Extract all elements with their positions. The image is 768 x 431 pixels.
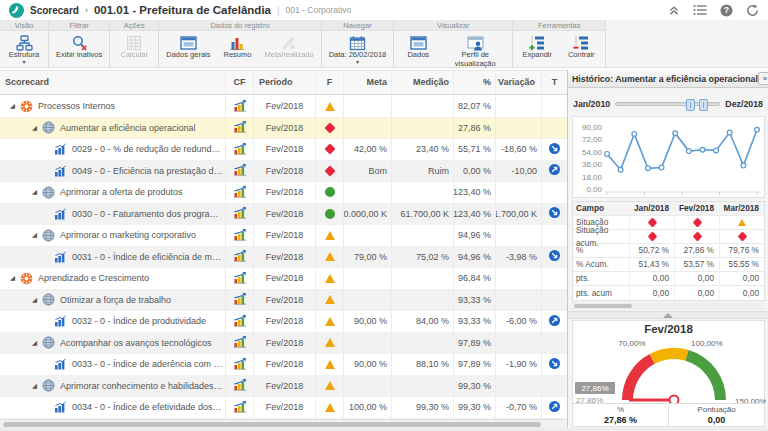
ribbon-button-dados-gerais[interactable]: Dados gerais (162, 32, 214, 67)
tree-expander-icon[interactable]: ◢ (30, 382, 39, 390)
medicao-cell (391, 333, 453, 354)
expand-panel-button[interactable]: » (758, 72, 768, 85)
column-header-meta[interactable]: Meta (343, 71, 391, 94)
column-header-[interactable]: % (453, 71, 495, 94)
svg-text:36,00: 36,00 (582, 160, 603, 169)
period-cell: Fev/2018 (253, 268, 315, 289)
scorecard-row-indicator[interactable]: 0030 - 0 - Faturamento dos programas de … (0, 204, 567, 226)
slider-handle[interactable] (686, 99, 695, 111)
history-row-label: pts. (573, 272, 629, 285)
svg-text:27,86%: 27,86% (581, 384, 608, 393)
percent-cell: 93,33 % (453, 290, 495, 311)
scorecard-row-perspective[interactable]: ◢ Aprendizado e Crescimento Fev/2018 96,… (0, 268, 567, 290)
cf-chart-icon[interactable] (233, 292, 247, 307)
cf-chart-icon[interactable] (233, 378, 247, 393)
history-row-: % 50,72 %27,86 %79,76 % (573, 244, 764, 258)
scorecard-row-objective[interactable]: ◢ Aumentar a eficiência operacional Fev/… (0, 118, 567, 140)
gauge-footer: % 27,86 % Pontuação 0,00 (573, 403, 764, 426)
tree-expander-icon[interactable]: ◢ (30, 296, 39, 304)
ribbon-button-expandir[interactable]: Expandir (516, 32, 558, 67)
cf-chart-icon[interactable] (233, 120, 247, 135)
scorecard-row-indicator[interactable]: 0033 - 0 - Índice de aderência com a tec… (0, 354, 567, 376)
scorecard-row-indicator[interactable]: 0034 - 0 - Índice de efetividade dos tre… (0, 397, 567, 419)
row-label: Acompanhar os avanços tecnológicos (60, 338, 212, 348)
column-header-f[interactable]: F (315, 71, 343, 94)
tree-expander-icon[interactable]: ◢ (30, 339, 39, 347)
scorecard-row-objective[interactable]: ◢ Aprimorar o marketing corporativo Fev/… (0, 225, 567, 247)
cf-chart-icon[interactable] (233, 185, 247, 200)
trend-up-icon[interactable] (549, 401, 560, 414)
scorecard-row-objective[interactable]: ◢ Aprimorar a oferta de produtos Fev/201… (0, 182, 567, 204)
cf-chart-icon[interactable] (233, 400, 247, 415)
ribbon-button-perfil-de-visualiza-o[interactable]: Perfil de visualização (441, 32, 509, 68)
tree-expander-icon[interactable]: ◢ (30, 124, 39, 132)
horizontal-scrollbar[interactable] (0, 419, 567, 428)
column-header-cf[interactable]: CF (225, 71, 253, 94)
window-icon (180, 34, 197, 51)
objective-icon (42, 293, 55, 306)
cf-chart-icon[interactable] (233, 335, 247, 350)
cf-chart-icon[interactable] (233, 99, 247, 114)
scorecard-row-indicator[interactable]: 0049 - 0 - Eficiência na prestação de se… (0, 161, 567, 183)
ribbon-button-estrutura[interactable]: Estrutura ▾ (3, 32, 45, 67)
ribbon-button-contrair[interactable]: Contrair (560, 32, 602, 67)
history-table-scrollbar[interactable] (572, 302, 765, 310)
column-header-scorecard[interactable]: Scorecard (0, 71, 225, 94)
trend-up-icon[interactable] (549, 315, 560, 328)
scorecard-row-objective[interactable]: ◢ Acompanhar os avanços tecnológicos Fev… (0, 333, 567, 355)
cf-chart-icon[interactable] (233, 206, 247, 221)
meta-cell: 90,00 % (343, 311, 391, 332)
tree-expander-icon[interactable]: ◢ (30, 188, 39, 196)
date-range-slider: Jan/2010 Dez/2018 (573, 95, 763, 113)
title-pipe: | (277, 5, 280, 16)
ribbon-button-data-26-02-2018[interactable]: Data: 26/02/2018 ▾ (325, 32, 391, 67)
slider-handle[interactable] (699, 99, 708, 111)
trend-up-icon[interactable] (549, 164, 560, 177)
cf-chart-icon[interactable] (233, 271, 247, 286)
period-cell: Fev/2018 (253, 182, 315, 203)
variacao-cell: -1,90 % (495, 354, 541, 375)
scorecard-row-objective[interactable]: ◢ Otimizar a força de trabalho Fev/2018 … (0, 290, 567, 312)
cf-chart-icon[interactable] (233, 314, 247, 329)
green-circle-icon (325, 187, 335, 197)
scorecard-row-objective[interactable]: ◢ Aprimorar conhecimento e habilidades n… (0, 376, 567, 398)
app-name: Scorecard (30, 5, 79, 16)
tree-expander-icon[interactable]: ◢ (30, 231, 39, 239)
list-menu-icon[interactable] (693, 4, 707, 16)
cf-chart-icon[interactable] (233, 357, 247, 372)
column-header-varia-o[interactable]: Variação (495, 71, 541, 94)
ribbon-button-exibir-inativos[interactable]: Exibir inativos (52, 32, 106, 67)
scorecard-row-indicator[interactable]: 0029 - 0 - % de redução de redundâncias … (0, 139, 567, 161)
column-header-t[interactable]: T (541, 71, 567, 94)
refresh-icon[interactable] (746, 4, 759, 17)
scrollbar-thumb[interactable] (3, 422, 541, 427)
cf-chart-icon[interactable] (233, 228, 247, 243)
ribbon-button-dados[interactable]: Dados (397, 32, 439, 68)
dropdown-caret-icon: ▾ (356, 60, 359, 65)
dropdown-caret-icon: ▾ (22, 60, 25, 65)
scrollbar-thumb[interactable] (574, 304, 632, 308)
scorecard-row-indicator[interactable]: 0032 - 0 - Índice de produtividade Fev/2… (0, 311, 567, 333)
cf-chart-icon[interactable] (233, 249, 247, 264)
column-header-per-odo[interactable]: Período (253, 71, 315, 94)
tree-expander-icon[interactable]: ◢ (8, 102, 17, 110)
trend-down-icon[interactable] (549, 143, 560, 156)
row-label: Aprimorar o marketing corporativo (60, 230, 196, 240)
cf-chart-icon[interactable] (233, 163, 247, 178)
cf-chart-icon[interactable] (233, 142, 247, 157)
tree-expander-icon[interactable]: ◢ (8, 274, 17, 282)
ribbon-button-resumo[interactable]: Resumo (216, 32, 258, 67)
trend-down-icon[interactable] (549, 250, 560, 263)
scorecard-row-indicator[interactable]: 0031 - 0 - Índice de eficiência de marke… (0, 247, 567, 269)
red-diamond-icon (692, 218, 702, 228)
panel-splitter[interactable] (568, 311, 768, 319)
red-diamond-icon (324, 144, 335, 155)
collapse-ribbon-icon[interactable] (668, 4, 680, 16)
scorecard-row-perspective[interactable]: ◢ Processos Internos Fev/2018 82,07 % (0, 96, 567, 118)
slider-track[interactable] (615, 102, 720, 106)
trend-down-icon[interactable] (549, 358, 560, 371)
column-header-medi-o[interactable]: Medição (391, 71, 453, 94)
app-logo-icon (9, 3, 24, 18)
help-icon[interactable]: ? (720, 4, 733, 17)
trend-down-icon[interactable] (549, 207, 560, 220)
